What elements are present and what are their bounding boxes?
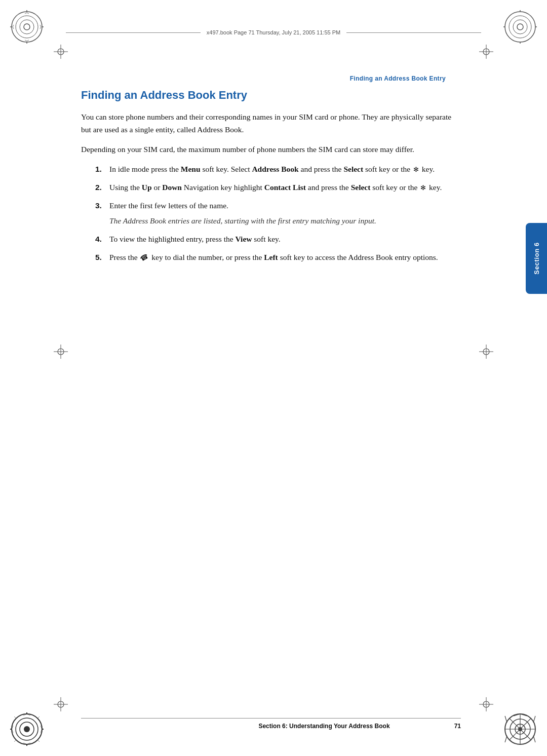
step-4: 4. To view the highlighted entry, press … <box>95 233 461 245</box>
step-1-body: In idle mode press the Menu soft key. Se… <box>109 163 461 175</box>
step-1-bold-menu: Menu <box>181 165 201 173</box>
step-2-bold-contactlist: Contact List <box>264 183 306 192</box>
crosshair-mid-right <box>479 345 493 359</box>
svg-line-14 <box>40 25 41 27</box>
step-2-number: 2. <box>95 181 109 194</box>
section-tab: Section 6 <box>526 223 547 294</box>
svg-line-56 <box>505 716 507 723</box>
step-1-bold-addressbook: Address Book <box>252 165 298 173</box>
svg-point-0 <box>12 12 42 42</box>
corner-decoration-tl <box>9 9 45 45</box>
crosshair-mid-left <box>54 345 68 359</box>
svg-point-1 <box>16 16 38 38</box>
intro-para-1: You can store phone numbers and their co… <box>81 111 461 136</box>
step-2-bold-down: Down <box>162 183 182 192</box>
menu-key-icon-1: ✻ <box>413 165 419 175</box>
svg-line-9 <box>27 13 29 14</box>
step-2-bold-select: Select <box>351 183 371 192</box>
crosshair-top-right <box>479 45 493 59</box>
step-4-number: 4. <box>95 233 109 245</box>
step-3-body: Enter the first few letters of the name.… <box>109 200 461 227</box>
svg-line-57 <box>505 736 507 742</box>
step-2-bold-up: Up <box>142 183 152 192</box>
svg-point-19 <box>517 24 523 30</box>
svg-point-3 <box>24 24 30 30</box>
corner-decoration-bl <box>9 711 45 747</box>
step-5: 5. Press the ☎ key to dial the number, o… <box>95 251 461 263</box>
svg-line-41 <box>38 716 40 718</box>
corner-decoration-br <box>502 711 538 747</box>
svg-point-17 <box>509 16 531 38</box>
svg-line-10 <box>25 40 27 41</box>
menu-key-icon-2: ✻ <box>420 183 426 193</box>
svg-line-15 <box>40 27 41 29</box>
step-5-number: 5. <box>95 251 109 263</box>
running-header: Finding an Address Book Entry <box>0 75 547 82</box>
svg-line-54 <box>533 716 535 723</box>
main-content: Finding an Address Book Entry You can st… <box>81 89 461 705</box>
svg-line-42 <box>14 740 16 742</box>
header-bar: x497.book Page 71 Thursday, July 21, 200… <box>66 29 481 35</box>
svg-line-13 <box>13 27 14 29</box>
crosshair-bot-left <box>54 697 68 711</box>
chapter-heading: Finding an Address Book Entry <box>81 89 461 102</box>
phone-key-icon: ☎ <box>138 252 150 264</box>
footer-text: Section 6: Understanding Your Address Bo… <box>203 723 446 730</box>
svg-line-12 <box>13 25 14 27</box>
footer-line-left <box>81 726 203 727</box>
footer-page-number: 71 <box>446 723 461 730</box>
svg-point-27 <box>24 726 30 732</box>
step-1: 1. In idle mode press the Menu soft key.… <box>95 163 461 175</box>
svg-line-11 <box>27 40 29 41</box>
header-bar-text: x497.book Page 71 Thursday, July 21, 200… <box>201 29 346 35</box>
footer: Section 6: Understanding Your Address Bo… <box>81 718 461 730</box>
section-tab-label: Section 6 <box>533 242 540 275</box>
step-3-number: 3. <box>95 200 109 227</box>
svg-point-18 <box>513 20 527 34</box>
step-1-number: 1. <box>95 163 109 175</box>
header-bar-line-right <box>346 32 481 33</box>
step-4-bold-view: View <box>235 235 252 243</box>
step-2: 2. Using the Up or Down Navigation key h… <box>95 181 461 194</box>
svg-point-16 <box>505 12 535 42</box>
svg-line-43 <box>38 740 40 742</box>
svg-line-55 <box>533 736 535 742</box>
step-4-body: To view the highlighted entry, press the… <box>109 233 461 245</box>
crosshair-top-left <box>54 45 68 59</box>
step-3-sub-para: The Address Book entries are listed, sta… <box>109 215 461 227</box>
intro-para-2: Depending on your SIM card, the maximum … <box>81 143 461 156</box>
steps-list: 1. In idle mode press the Menu soft key.… <box>95 163 461 263</box>
svg-line-8 <box>25 13 27 14</box>
svg-point-2 <box>20 20 34 34</box>
step-1-bold-select: Select <box>343 165 363 173</box>
corner-decoration-tr <box>502 9 538 45</box>
crosshair-bot-right <box>479 697 493 711</box>
step-3: 3. Enter the first few letters of the na… <box>95 200 461 227</box>
header-bar-line-left <box>66 32 201 33</box>
step-5-body: Press the ☎ key to dial the number, or p… <box>109 251 461 263</box>
step-5-bold-left: Left <box>264 253 278 261</box>
step-2-body: Using the Up or Down Navigation key high… <box>109 181 461 194</box>
svg-line-40 <box>14 716 16 718</box>
